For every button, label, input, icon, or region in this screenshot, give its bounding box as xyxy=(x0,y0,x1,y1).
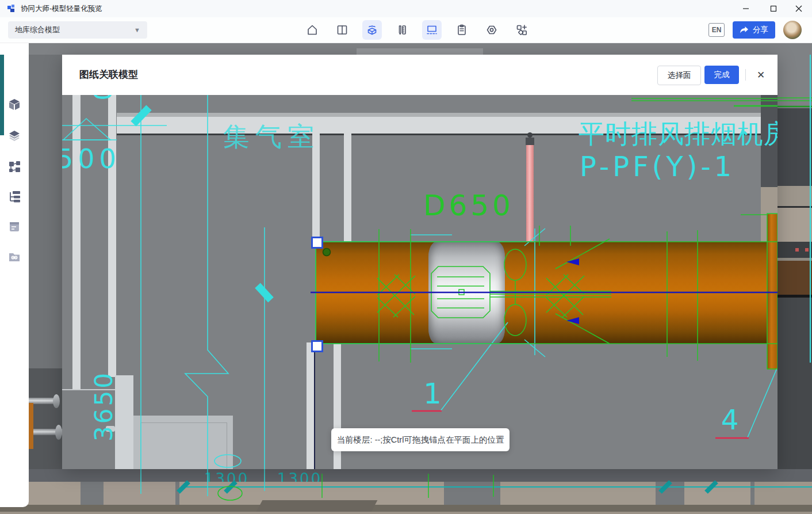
cad-duct-size-label: D650 xyxy=(423,189,514,222)
done-button[interactable]: 完成 xyxy=(704,66,739,84)
background-edge-strip xyxy=(0,55,4,135)
header-divider xyxy=(745,69,746,81)
cad-tag-1: 1 xyxy=(423,377,442,410)
structure-tree-icon[interactable] xyxy=(7,189,22,204)
cad-room-label: 平时排风排烟机房 xyxy=(579,117,777,151)
share-button-label: 分享 xyxy=(753,25,768,35)
section-plane-icon[interactable] xyxy=(422,20,442,40)
sheet-panel-icon[interactable] xyxy=(7,219,22,234)
cad-dim-30: 30 xyxy=(91,95,116,135)
linked-folder-icon[interactable] xyxy=(7,249,22,264)
systems-graph-icon[interactable] xyxy=(7,159,22,174)
components-icon[interactable] xyxy=(512,20,531,40)
close-window-button[interactable] xyxy=(786,0,812,17)
user-avatar[interactable] xyxy=(783,21,802,39)
app-logo-icon xyxy=(7,4,16,13)
model-selector-value: 地库综合模型 xyxy=(15,25,60,35)
title-bar: 协同大师-模型轻量化预览 xyxy=(0,0,812,18)
hidden-panel-edge xyxy=(357,48,483,55)
modal-title: 图纸关联模型 xyxy=(79,55,138,95)
cad-dim-500: 500 xyxy=(62,143,121,174)
close-modal-icon[interactable]: ✕ xyxy=(754,68,768,82)
main-toolbar: 地库综合模型 ▼ EN 分享 xyxy=(0,17,812,43)
left-sidebar xyxy=(0,43,29,507)
settings-nut-icon[interactable] xyxy=(482,20,501,40)
cad-room-label: 集气室 xyxy=(223,119,320,155)
modal-header: 图纸关联模型 选择面 完成 ✕ xyxy=(62,55,777,95)
drawing-viewport[interactable]: 30 500 集气室 D650 平时排风排烟机房 P-PF(Y)-1 3650 … xyxy=(62,95,777,469)
model-selector-dropdown[interactable]: 地库综合模型 ▼ xyxy=(8,21,147,39)
chevron-down-icon: ▼ xyxy=(134,26,140,33)
share-arrow-icon xyxy=(740,26,749,34)
app-window: 协同大师-模型轻量化预览 地库综合模型 ▼ xyxy=(0,0,812,514)
home-icon[interactable] xyxy=(302,20,322,40)
minimize-button[interactable] xyxy=(733,0,759,17)
background-canvas-top xyxy=(29,43,812,55)
layers-icon[interactable] xyxy=(7,128,22,143)
split-view-icon[interactable] xyxy=(332,20,352,40)
drawing-link-modal: 图纸关联模型 选择面 完成 ✕ xyxy=(62,55,777,469)
sheet-list-icon[interactable] xyxy=(452,20,472,40)
model-cube-icon[interactable] xyxy=(7,97,22,112)
window-title: 协同大师-模型轻量化预览 xyxy=(21,0,102,17)
select-face-button[interactable]: 选择面 xyxy=(657,66,701,85)
background-canvas-floor: 1300 1300 xyxy=(0,469,812,514)
measure-icon[interactable] xyxy=(392,20,412,40)
anchor-handle-top[interactable] xyxy=(311,237,323,249)
cad-dim-3650: 3650 xyxy=(90,355,115,441)
background-canvas-right xyxy=(777,55,812,469)
anchor-handle-bottom[interactable] xyxy=(311,340,323,352)
cad-equipment-code: P-PF(Y)-1 xyxy=(580,150,735,182)
share-button[interactable]: 分享 xyxy=(733,21,775,39)
cad-tag-4: 4 xyxy=(721,403,739,436)
model-3d-icon[interactable] xyxy=(362,20,382,40)
floor-tooltip: 当前楼层: --;按Ctrl可拖拽锚点在平面上的位置 xyxy=(331,428,510,451)
maximize-button[interactable] xyxy=(760,0,787,17)
background-canvas-left xyxy=(29,55,62,469)
language-toggle-button[interactable]: EN xyxy=(708,23,725,37)
